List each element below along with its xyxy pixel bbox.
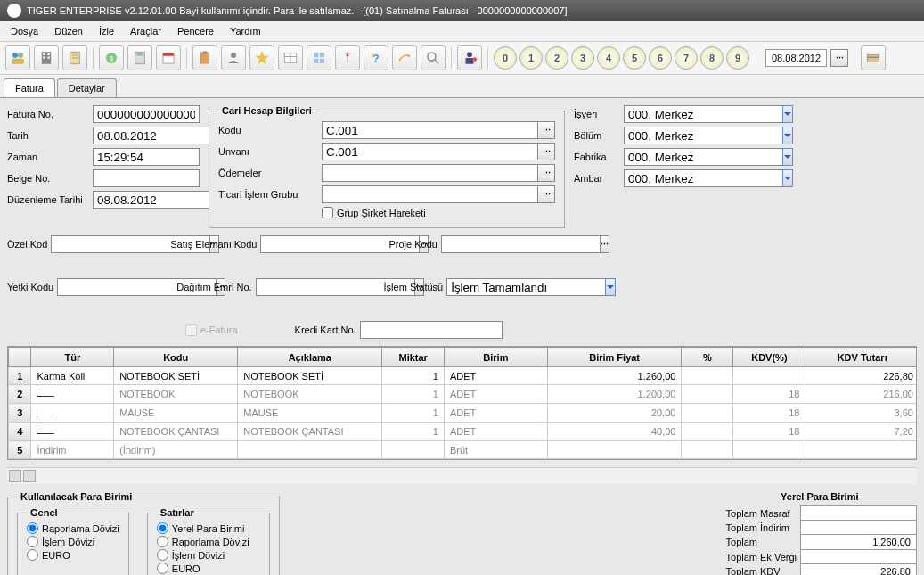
tb-table-icon[interactable] <box>278 45 303 70</box>
grid-scroll-controls[interactable] <box>7 467 917 484</box>
line-items-grid[interactable]: TürKoduAçıklamaMiktarBirimBirim Fiyat%KD… <box>7 346 917 460</box>
odemeler-lookup[interactable]: ⋯ <box>537 164 555 182</box>
tb-person-icon[interactable] <box>221 45 246 70</box>
label-kredi-kart: Kredi Kart No. <box>295 324 356 335</box>
label-tarih: Tarih <box>7 130 87 141</box>
kodu-lookup[interactable]: ⋯ <box>537 121 555 139</box>
menu-yardim[interactable]: Yardım <box>223 23 268 39</box>
grid-header[interactable]: Birim Fiyat <box>547 348 682 367</box>
combo-islem-statusu[interactable] <box>446 278 605 296</box>
menu-araclar[interactable]: Araçlar <box>123 23 168 39</box>
number-button-5[interactable]: 5 <box>623 46 646 70</box>
radio-satirlar-1[interactable]: Raporlama Dövizi <box>157 535 261 548</box>
grid-header[interactable]: Açıklama <box>238 348 382 367</box>
toolbar-date-picker[interactable]: ⋯ <box>830 49 848 67</box>
combo-fabrika[interactable] <box>624 148 782 166</box>
svg-point-27 <box>347 54 349 57</box>
grid-header[interactable]: Miktar <box>382 348 445 367</box>
total-label: Toplam İndirim <box>723 521 801 535</box>
number-button-0[interactable]: 0 <box>494 46 517 70</box>
menu-izle[interactable]: İzle <box>92 23 121 39</box>
tb-users-icon[interactable] <box>5 45 30 70</box>
input-proje-kodu[interactable] <box>441 235 600 253</box>
label-unvani: Unvanı <box>218 146 316 157</box>
input-kredi-kart[interactable] <box>360 321 503 339</box>
islem-statusu-dropdown[interactable] <box>605 278 616 296</box>
tb-arrow-icon[interactable] <box>392 45 417 70</box>
tb-antenna-icon[interactable] <box>335 45 360 70</box>
svg-rect-7 <box>48 57 50 59</box>
table-row[interactable]: 2NOTEBOOKNOTEBOOK1ADET1.200,0018216,001.… <box>9 385 918 404</box>
scroll-track[interactable] <box>23 470 36 482</box>
number-button-1[interactable]: 1 <box>519 46 543 70</box>
tb-calendar-icon[interactable] <box>156 45 181 70</box>
input-odemeler[interactable] <box>322 164 537 182</box>
proje-kodu-lookup[interactable]: ⋯ <box>600 235 609 253</box>
number-button-7[interactable]: 7 <box>675 46 698 70</box>
tb-star-icon[interactable] <box>249 45 274 70</box>
bolum-dropdown[interactable] <box>782 127 793 144</box>
combo-bolum[interactable] <box>624 127 782 144</box>
input-belge-no[interactable] <box>93 169 200 187</box>
input-fatura-no[interactable] <box>93 105 200 123</box>
tb-help-icon[interactable]: ?? <box>364 45 388 70</box>
tb-clipboard-icon[interactable] <box>192 45 217 70</box>
isyeri-dropdown[interactable] <box>782 105 793 123</box>
totals-header: Yerel Para Birimi <box>723 491 917 505</box>
grid-header[interactable] <box>9 348 31 367</box>
tb-search-icon[interactable] <box>421 45 446 70</box>
radio-satirlar-0[interactable]: Yerel Para Birimi <box>157 522 261 535</box>
ticari-islem-lookup[interactable]: ⋯ <box>537 185 555 203</box>
input-ticari-islem[interactable] <box>322 185 537 203</box>
tb-building-icon[interactable] <box>34 45 59 70</box>
radio-genel-0[interactable]: Raporlama Dövizi <box>27 522 119 535</box>
radio-genel-2[interactable]: EURO <box>27 548 119 562</box>
radio-satirlar-3[interactable]: EURO <box>157 562 261 575</box>
label-duzenleme-tarihi: Düzenleme Tarihi <box>7 194 87 205</box>
tab-detaylar[interactable]: Detaylar <box>57 78 117 97</box>
menu-dosya[interactable]: Dosya <box>4 23 45 39</box>
radio-genel-1[interactable]: İşlem Dövizi <box>27 535 119 548</box>
label-ticari-islem: Ticari İşlem Grubu <box>218 189 316 200</box>
tb-grid-icon[interactable] <box>307 45 331 70</box>
grid-header[interactable]: Birim <box>444 348 547 367</box>
grid-header[interactable]: Tür <box>31 348 114 367</box>
table-row[interactable]: 3MAUSEMAUSE1ADET20,00183,6020,00 <box>9 404 918 423</box>
checkbox-grup-sirket[interactable]: Grup Şirket Hareketi <box>322 207 555 218</box>
scroll-left-icon[interactable] <box>9 470 21 482</box>
label-odemeler: Ödemeler <box>218 168 316 178</box>
number-button-8[interactable]: 8 <box>700 46 724 70</box>
number-button-9[interactable]: 9 <box>726 46 749 70</box>
unvani-lookup[interactable]: ⋯ <box>537 143 555 160</box>
grid-header[interactable]: KDV Tutarı <box>805 348 917 367</box>
menu-pencere[interactable]: Pencere <box>170 23 221 39</box>
table-row[interactable]: 5İndirim(İndirim)Brüt <box>9 441 918 459</box>
svg-rect-6 <box>43 57 45 59</box>
number-button-2[interactable]: 2 <box>545 46 568 70</box>
input-unvani[interactable] <box>322 143 537 160</box>
tb-calc-icon[interactable] <box>127 45 152 70</box>
number-button-3[interactable]: 3 <box>571 46 594 70</box>
number-button-4[interactable]: 4 <box>597 46 620 70</box>
label-ambar: Ambar <box>574 173 618 184</box>
menu-duzen[interactable]: Düzen <box>47 23 90 39</box>
tb-doc-icon[interactable] <box>62 45 87 70</box>
grid-header[interactable]: % <box>682 348 733 367</box>
combo-isyeri[interactable] <box>624 105 782 123</box>
input-zaman[interactable] <box>93 148 200 166</box>
table-row[interactable]: 4NOTEBOOK ÇANTASINOTEBOOK ÇANTASI1ADET40… <box>9 423 918 441</box>
radio-satirlar-2[interactable]: İşlem Dövizi <box>157 548 261 562</box>
tb-money-icon[interactable]: $ <box>99 45 124 70</box>
label-kodu: Kodu <box>218 125 316 136</box>
combo-ambar[interactable] <box>624 169 782 187</box>
tb-card-icon[interactable] <box>861 45 886 70</box>
input-kodu[interactable] <box>322 121 537 139</box>
tab-fatura[interactable]: Fatura <box>4 78 55 97</box>
grid-header[interactable]: KDV(%) <box>733 348 805 367</box>
tb-exit-icon[interactable] <box>457 45 482 70</box>
grid-header[interactable]: Kodu <box>114 348 238 367</box>
number-button-6[interactable]: 6 <box>649 46 672 70</box>
table-row[interactable]: 1Karma KoliNOTEBOOK SETİNOTEBOOK SETİ1AD… <box>9 367 918 385</box>
ambar-dropdown[interactable] <box>782 169 793 187</box>
fabrika-dropdown[interactable] <box>782 148 793 166</box>
